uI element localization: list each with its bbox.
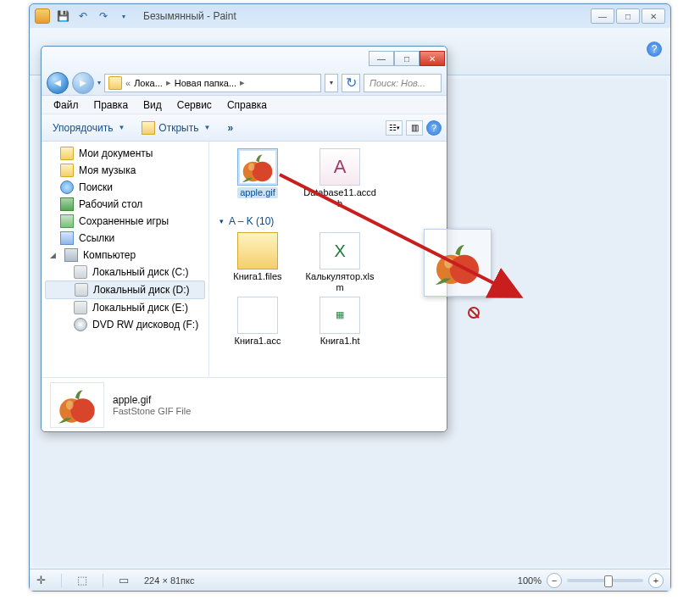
drive-icon [74, 265, 87, 279]
qat-customize-icon[interactable]: ▾ [116, 8, 131, 24]
qat-redo-icon[interactable]: ↷ [96, 8, 111, 24]
breadcrumb-seg[interactable]: Лока... [134, 78, 163, 88]
refresh-button[interactable]: ↻ [342, 74, 360, 92]
excel-file-icon: X [334, 242, 345, 261]
open-folder-icon [142, 121, 155, 135]
details-filename: apple.gif [113, 394, 191, 406]
menu-help[interactable]: Справка [220, 97, 274, 113]
open-button[interactable]: Открыть▼ [136, 118, 216, 138]
file-label: Калькулятор.xlsm [303, 271, 376, 292]
explorer-titlebar[interactable]: — □ ✕ [42, 47, 447, 70]
qat-undo-icon[interactable]: ↶ [75, 8, 91, 24]
links-icon [60, 231, 74, 245]
tree-item-mydocs[interactable]: Мои документы [42, 145, 208, 162]
breadcrumb[interactable]: « Лока... ▸ Новая папка... ▸ [104, 74, 321, 92]
zoom-in-button[interactable]: + [648, 573, 664, 588]
search-folder-icon [60, 181, 74, 194]
menu-view[interactable]: Вид [136, 97, 169, 113]
help-icon[interactable]: ? [647, 42, 662, 57]
menu-edit[interactable]: Правка [87, 97, 136, 113]
canvas-size-icon: ▭ [119, 574, 129, 586]
canvas-size: 224 × 81пкс [144, 575, 195, 586]
details-thumbnail [50, 382, 104, 428]
paint-title: Безымянный - Paint [143, 10, 236, 22]
paint-titlebar[interactable]: 💾 ↶ ↷ ▾ Безымянный - Paint — □ ✕ [30, 4, 670, 28]
generic-file-icon [237, 297, 278, 334]
file-item-calc[interactable]: X Калькулятор.xlsm [303, 232, 376, 292]
explorer-toolbar: Упорядочить▼ Открыть▼ » ☷▾ ▥ ? [42, 114, 447, 142]
explorer-minimize-button[interactable]: — [369, 51, 394, 66]
tree-item-drive-d[interactable]: Локальный диск (D:) [45, 281, 205, 299]
saved-games-icon [60, 214, 74, 228]
nav-back-button[interactable]: ◄ [47, 72, 69, 94]
file-label: Database11.accdb [303, 187, 376, 208]
explorer-address-bar: ◄ ► ▾ « Лока... ▸ Новая папка... ▸ ▾ ↻ П… [42, 70, 447, 96]
file-item-kniga-ht[interactable]: ▦ Книга1.ht [303, 297, 376, 347]
file-item-database[interactable]: A Database11.accdb [303, 148, 376, 208]
folder-icon [60, 147, 74, 160]
tree-item-mymusic[interactable]: Моя музыка [42, 162, 208, 179]
tree-item-computer[interactable]: ◢Компьютер [42, 247, 208, 264]
zoom-slider[interactable] [567, 579, 643, 582]
organize-button[interactable]: Упорядочить▼ [47, 119, 131, 137]
desktop-icon [60, 197, 74, 211]
cursor-pos-icon: ✛ [36, 574, 46, 586]
qat-save-icon[interactable]: 💾 [55, 8, 70, 24]
folder-icon [108, 76, 122, 90]
paint-maximize-button[interactable]: □ [616, 8, 640, 24]
drag-ghost [424, 229, 492, 297]
view-mode-button[interactable]: ☷▾ [386, 120, 403, 136]
file-label: Книга1.ht [320, 336, 360, 347]
file-group-header[interactable]: A – K (10) [218, 210, 438, 231]
breadcrumb-dropdown-icon[interactable]: ▾ [325, 74, 338, 92]
paint-statusbar: ✛ ⬚ ▭ 224 × 81пкс 100% − + [30, 569, 670, 591]
explorer-details-pane: apple.gif FastStone GIF File [42, 377, 447, 431]
folder-icon [60, 164, 74, 177]
drive-icon [75, 283, 88, 297]
details-filetype: FastStone GIF File [113, 406, 191, 416]
folder-icon [237, 232, 278, 269]
explorer-close-button[interactable]: ✕ [419, 51, 445, 66]
access-file-icon: A [334, 156, 347, 178]
search-input[interactable]: Поиск: Нов... [364, 74, 442, 92]
file-label: Книга1.acc [235, 336, 281, 347]
tree-item-savedgames[interactable]: Сохраненные игры [42, 213, 208, 230]
paint-minimize-button[interactable]: — [591, 8, 614, 24]
selection-size-icon: ⬚ [77, 574, 87, 586]
explorer-window: — □ ✕ ◄ ► ▾ « Лока... ▸ Новая папка... ▸… [41, 46, 447, 432]
explorer-menubar: Файл Правка Вид Сервис Справка [42, 96, 447, 114]
tree-item-desktop[interactable]: Рабочий стол [42, 196, 208, 213]
computer-icon [64, 248, 78, 262]
file-item-kniga-acc[interactable]: Книга1.acc [221, 297, 294, 347]
breadcrumb-seg[interactable]: Новая папка... [175, 78, 236, 88]
explorer-maximize-button[interactable]: □ [394, 51, 419, 66]
search-placeholder: Поиск: Нов... [369, 78, 425, 88]
paint-app-icon [35, 8, 50, 24]
tree-item-links[interactable]: Ссылки [42, 230, 208, 247]
paint-close-button[interactable]: ✕ [642, 8, 665, 24]
nav-history-dropdown-icon[interactable]: ▾ [97, 79, 101, 86]
file-label: apple.gif [237, 187, 278, 198]
tree-item-drive-e[interactable]: Локальный диск (E:) [42, 299, 208, 316]
nav-forward-button[interactable]: ► [72, 72, 94, 94]
tree-item-searches[interactable]: Поиски [42, 179, 208, 196]
menu-tools[interactable]: Сервис [170, 97, 219, 113]
zoom-out-button[interactable]: − [547, 573, 562, 588]
toolbar-overflow-button[interactable]: » [221, 119, 241, 137]
dvd-drive-icon [74, 318, 87, 331]
explorer-nav-tree[interactable]: Мои документы Моя музыка Поиски Рабочий … [42, 142, 209, 377]
preview-pane-button[interactable]: ▥ [406, 120, 423, 136]
zoom-level: 100% [518, 575, 542, 586]
explorer-help-icon[interactable]: ? [426, 120, 442, 136]
no-drop-icon [468, 307, 480, 319]
tree-item-drive-c[interactable]: Локальный диск (C:) [42, 264, 208, 281]
tree-item-dvd-f[interactable]: DVD RW дисковод (F:) [42, 316, 208, 333]
html-file-icon: ▦ [336, 309, 344, 320]
file-item-apple[interactable]: apple.gif [221, 148, 294, 198]
file-label: Книга1.files [233, 271, 281, 282]
menu-file[interactable]: Файл [47, 97, 86, 113]
file-item-kniga-files[interactable]: Книга1.files [221, 232, 294, 282]
explorer-file-list[interactable]: apple.gif A Database11.accdb A – K (10) … [209, 142, 447, 377]
drive-icon [74, 301, 87, 314]
